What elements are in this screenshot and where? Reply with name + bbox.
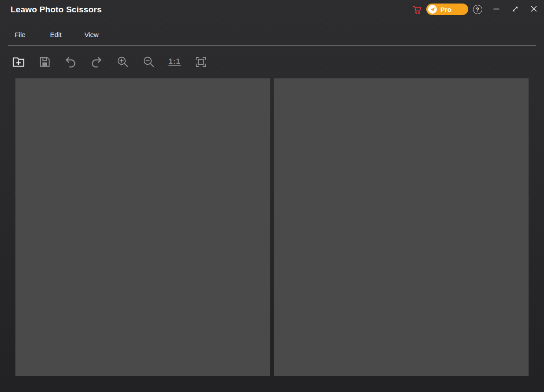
minimize-icon [493, 5, 500, 12]
shopping-cart-icon [412, 4, 422, 15]
open-image-button[interactable] [11, 54, 26, 69]
actual-size-label: 1:1 [168, 57, 181, 66]
original-image-canvas[interactable] [15, 78, 270, 376]
folder-plus-icon [12, 55, 25, 68]
app-title: Leawo Photo Scissors [11, 5, 102, 15]
help-icon: ? [473, 5, 482, 14]
menu-bar: File Edit View [2, 29, 109, 40]
pro-upgrade-button[interactable]: Pro [426, 4, 468, 15]
undo-button[interactable] [63, 54, 78, 69]
menu-view[interactable]: View [74, 29, 109, 40]
zoom-in-button[interactable] [115, 54, 130, 69]
maximize-button[interactable] [509, 3, 521, 15]
help-button[interactable]: ? [472, 4, 483, 15]
magnifier-plus-icon [116, 55, 129, 68]
menu-edit[interactable]: Edit [38, 29, 74, 40]
zoom-out-button[interactable] [141, 54, 156, 69]
titlebar: Leawo Photo Scissors Pro ? [0, 0, 544, 19]
maximize-icon [512, 6, 518, 12]
actual-size-button[interactable]: 1:1 [167, 54, 182, 69]
close-icon [530, 5, 537, 12]
rocket-icon [428, 5, 437, 14]
menu-divider [8, 45, 536, 46]
pro-badge-label: Pro [440, 6, 451, 13]
cart-button[interactable] [411, 4, 423, 16]
help-glyph: ? [476, 6, 479, 13]
redo-button[interactable] [89, 54, 104, 69]
fit-to-screen-button[interactable] [193, 54, 208, 69]
redo-arrow-icon [90, 55, 103, 68]
menu-file[interactable]: File [2, 29, 38, 40]
floppy-disk-icon [39, 56, 51, 68]
toolbar: 1:1 [11, 54, 208, 69]
fit-screen-icon [194, 55, 207, 68]
minimize-button[interactable] [491, 3, 502, 15]
save-button[interactable] [37, 54, 52, 69]
magnifier-minus-icon [142, 55, 155, 68]
undo-arrow-icon [64, 55, 77, 68]
close-button[interactable] [528, 3, 540, 15]
result-image-canvas [274, 78, 529, 376]
